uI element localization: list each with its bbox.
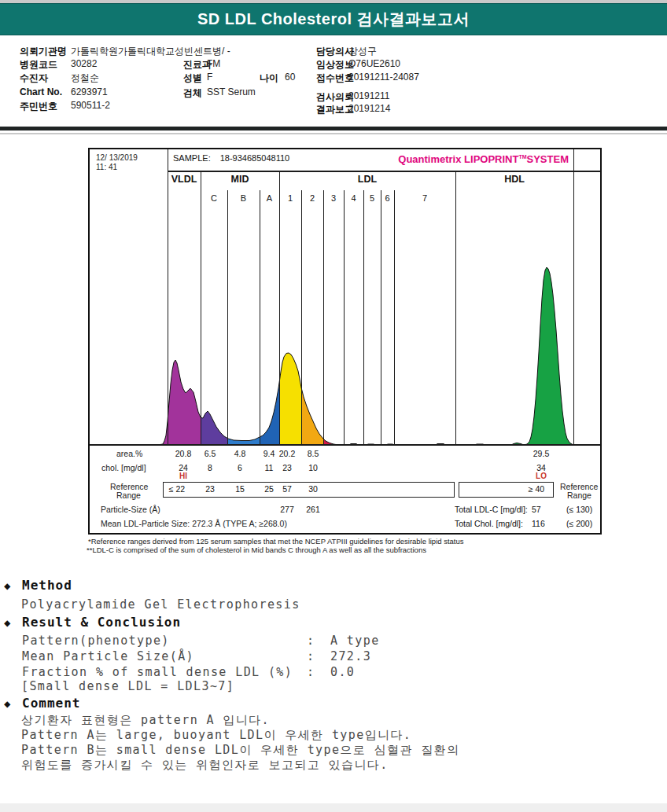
scan-datetime: 12/ 13/2019 11: 41: [96, 153, 138, 172]
area-ldl1: 20.2: [279, 449, 295, 458]
ref-vldl: ≤ 22: [169, 484, 185, 494]
line-ldl-hdl: [455, 171, 456, 445]
field-value-reported-date: 20191214: [348, 103, 390, 114]
field-value-institution: 가톨릭학원가톨릭대학교성빈센트병/ -: [71, 45, 230, 58]
row-label-reference-2: Range: [116, 491, 141, 500]
band-label-1: 1: [288, 193, 293, 203]
total-chol-label: Total Chol. [mg/dl]:: [455, 519, 523, 528]
line-mid-ldl: [279, 171, 280, 445]
brand-name: Quantimetrix LIPOPRINT: [398, 153, 518, 165]
separator-dark: [0, 127, 667, 130]
result-note: [Small dense LDL = LDL3~7]: [21, 679, 234, 693]
area-hdl: 29.5: [533, 449, 549, 458]
bottom-gray-band: [0, 803, 667, 812]
report-title: SD LDL Cholesterol 검사결과보고서: [197, 9, 470, 30]
row-label-particle-size: Particle-Size (Å): [101, 505, 160, 514]
chol-mid-b: 6: [238, 463, 242, 472]
result-label-pattern: Pattern(phenotype): [22, 634, 170, 648]
fill-hdl: [157, 267, 574, 445]
field-label-chart-no: Chart No.: [20, 86, 62, 97]
footnote-2: **LDL-C is comprised of the sum of chole…: [87, 546, 426, 554]
flag-lo: LO: [536, 472, 547, 480]
line-2-3: [323, 190, 324, 445]
result-value-mean-size: 272.3: [330, 649, 371, 663]
result-label-sdldl-fraction: Fraction % of small dense LDL (%): [22, 665, 293, 679]
ref-ldl1: 57: [282, 484, 292, 494]
band-label-a: A: [267, 193, 272, 203]
particle-ldl1: 277: [280, 505, 294, 514]
area-mid-b: 4.8: [234, 449, 246, 458]
result-title: Result & Conclusion: [22, 615, 181, 630]
line-4-5: [363, 190, 364, 445]
comment-line-4: 위험도를 증가시킬 수 있는 위험인자로 보고되고 있습니다.: [21, 758, 389, 773]
row-label-mean-particle-size: Mean LDL-Particle Size: 272.3 Å (TYPE A;…: [101, 519, 287, 528]
report-title-banner: SD LDL Cholesterol 검사결과보고서: [0, 3, 667, 35]
area-mid-a: 9.4: [263, 449, 275, 458]
ref-ldl2: 30: [308, 484, 318, 494]
line-hdl-right: [573, 149, 574, 445]
fill-vldl: [157, 267, 574, 445]
result-row-pattern: Pattern(phenotype) : A type: [22, 634, 462, 648]
flag-hi: HI: [179, 472, 187, 480]
reference-range-right-label-2: Range: [567, 491, 591, 500]
band-label-5: 5: [370, 193, 374, 203]
field-label-institution: 의뢰기관명: [20, 45, 67, 58]
particle-ldl2: 261: [306, 505, 320, 514]
method-body: Polyacrylamide Gel Electrophoresis: [21, 597, 300, 612]
field-label-resident-no: 주민번호: [20, 100, 57, 113]
row-label-chol: chol. [mg/dl]: [101, 463, 146, 472]
sample-row: SAMPLE:18-934685048110: [173, 153, 289, 163]
ref-mid-b: 15: [235, 484, 245, 494]
field-value-accession-no: 20191211-24087: [348, 72, 419, 83]
chol-mid-c: 8: [208, 463, 212, 472]
total-ldl-c-value: 57: [532, 505, 541, 514]
line-vldl-mid: [201, 171, 201, 445]
band-label-6: 6: [385, 193, 389, 203]
result-bullet-icon: ◆: [4, 616, 10, 629]
sample-id: 18-934685048110: [220, 153, 290, 163]
total-chol-ref: (≤ 200): [566, 519, 592, 528]
field-value-resident-no: 590511-2: [71, 100, 110, 111]
group-label-mid: MID: [231, 174, 249, 185]
field-value-clinical-info: O76UE2610: [348, 58, 400, 69]
total-chol-value: 116: [532, 519, 545, 528]
field-label-patient-name: 수진자: [20, 72, 48, 85]
fill-ldl3: [157, 267, 574, 445]
ref-mid-c: 23: [205, 484, 215, 494]
result-row-mean-size: Mean Particle Size(Å) : 272.3: [22, 649, 462, 663]
field-value-patient-name: 정철순: [71, 72, 99, 85]
band-label-7: 7: [422, 193, 427, 203]
result-value-sdldl-fraction: 0.0: [330, 665, 355, 679]
comment-line-1: 상기환자 표현형은 pattern A 입니다.: [21, 713, 270, 728]
fill-mid-b: [157, 267, 574, 445]
sample-row-divider: [168, 171, 600, 172]
fill-ldl1: [157, 267, 574, 445]
sample-label: SAMPLE:: [173, 153, 211, 163]
field-label-sex: 성별: [183, 72, 202, 85]
comment-bullet-icon: ◆: [4, 697, 10, 710]
line-b-a: [260, 190, 260, 445]
ref-hdl: ≥ 40: [529, 484, 544, 494]
line-c-b: [227, 190, 228, 445]
ref-mid-a: 25: [264, 484, 274, 494]
result-colon-1: :: [307, 634, 315, 648]
field-value-sex: F: [207, 72, 212, 83]
row-label-area: area.%: [116, 449, 142, 458]
band-label-2: 2: [310, 193, 315, 203]
fill-ldl2: [157, 267, 574, 445]
field-value-specimen: SST Serum: [207, 86, 256, 97]
band-label-3: 3: [331, 193, 336, 203]
total-ldl-c-ref: (≤ 130): [566, 505, 592, 514]
area-ldl2: 8.5: [308, 449, 319, 458]
comment-line-2: Pattern A는 large, buoyant LDL이 우세한 type입…: [21, 728, 411, 743]
lipoprint-chart-frame: 12/ 13/2019 11: 41 SAMPLE:18-93468504811…: [88, 148, 602, 535]
plot-baseline: [90, 444, 600, 446]
area-mid-c: 6.5: [205, 449, 216, 458]
scan-date: 12/ 13/2019: [96, 153, 138, 162]
brand-tm: TM: [518, 154, 526, 160]
field-value-department: FM: [207, 58, 220, 69]
field-label-age: 나이: [260, 72, 278, 85]
footnote-1: *Reference ranges derived from 125 serum…: [88, 537, 464, 546]
band-label-4: 4: [351, 193, 356, 203]
result-label-mean-size: Mean Particle Size(Å): [22, 649, 194, 663]
